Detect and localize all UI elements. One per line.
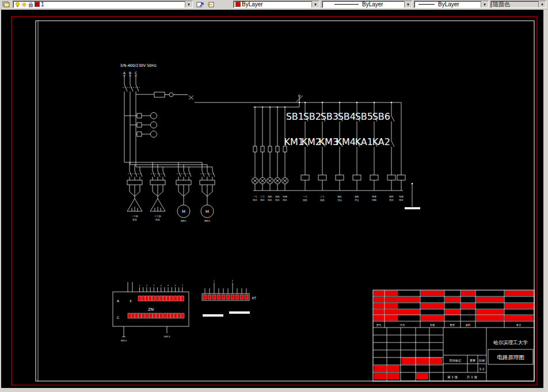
schematic-shape [374,102,375,103]
thermal-relay [176,180,191,185]
coil-symbol [318,175,326,180]
layer-color-swatch[interactable] [35,2,40,7]
zn-left-wires [128,282,132,292]
redacted-cell [374,366,386,372]
contact-label: SB4 [338,111,356,122]
bus-bar-1 [203,314,223,317]
make-object-layer-current-button[interactable] [196,1,205,8]
coil-symbol [336,175,344,180]
fuse-element [276,146,279,152]
branch-label: 报警 [372,195,376,198]
lineweight-dropdown-arrow-icon[interactable]: ▼ [481,1,488,7]
terminal-cell [226,295,230,299]
control-rung [391,102,394,191]
lock-icon[interactable] [28,2,33,7]
color-dropdown-arrow-icon[interactable]: ▼ [311,1,319,7]
branch-label: 指示 [283,199,287,201]
terminal-cell [142,296,144,301]
redacted-cell [445,310,460,315]
scale-label: 比例 [479,359,485,363]
branch-label: 加热 [275,195,280,198]
terminal-cell [149,296,152,301]
load-label: 一号加 [131,215,138,218]
contact-label: SB5 [355,111,373,122]
bom-header-label: 名称 [430,324,435,326]
terminal-cell [145,296,148,301]
terminal-cell [170,313,173,318]
thermal-relay [200,180,215,185]
terminal-cell [163,313,166,318]
sheet-number: 第 1 张 [447,375,458,379]
redacted-cell [421,303,444,309]
redacted-cell [402,357,442,364]
terminal-cell [240,295,243,299]
terminal-cell [142,313,145,318]
lamp-sub-bus [253,102,299,107]
redacted-cell [374,310,385,315]
layer-previous-button[interactable] [206,1,215,8]
linetype-dropdown[interactable]: ByLayer ▼ [322,1,412,8]
linetype-dropdown-arrow-icon[interactable]: ▼ [404,1,412,7]
load-label: 风机2 [204,219,211,222]
bom-col-lines [385,290,504,328]
zn-bottom-label-1: 380.2 [121,339,127,342]
switch-cross [189,96,193,100]
zn-terminals: 1234567 [128,284,184,319]
layer-properties-button[interactable] [2,1,11,8]
freeze-sun-icon[interactable] [21,2,27,7]
redacted-cell [385,310,420,315]
terminal-cell [135,313,138,318]
redacted-cell [421,291,444,296]
lineweight-dropdown[interactable]: ByLayer ▼ [414,1,489,8]
terminal-cell [153,313,155,318]
schematic-shape [356,102,357,103]
weight-label: 重量 [470,359,475,362]
branch-label: 风机 [268,195,272,198]
control-circuit: 一号指示二号指示风机指示加热指示电源指示 SB1KM1一号加热SB2KM2二号加… [252,102,421,210]
redacted-cell [505,291,534,296]
layer-dropdown-arrow-icon[interactable]: ▼ [185,1,192,7]
zn-row-a-label: A [117,299,120,303]
color-swatch [235,2,241,7]
redacted-cell [476,315,504,321]
contact-label: SB3 [321,111,338,122]
contact-label: KA1 [355,136,373,147]
color-dropdown[interactable]: ByLayer ▼ [233,1,319,8]
meter-group [124,113,157,138]
redacted-cell [505,303,534,309]
pin-label: 2 [146,284,147,287]
terminal-cell [146,313,149,318]
terminal-cell [153,296,155,301]
section-dividers [443,328,486,381]
sheet-frames [12,17,537,385]
coil-symbol [387,175,395,180]
fuse-element [268,146,272,152]
bulb-icon[interactable] [15,2,20,7]
fuse-element [261,146,264,152]
phase-c-label: C [135,71,137,75]
schematic-shape [284,106,286,108]
phase-b-label: B [129,71,131,75]
pin-label: 7 [182,284,183,287]
layer-dropdown[interactable]: 1 ▼ [13,1,193,8]
branch-label: 一号 [253,195,257,198]
pin-label: 5 [168,284,169,287]
schematic-shape [132,207,138,211]
branch-label: 风机 [337,195,342,198]
branch-label: 指示 [253,199,257,201]
schematic-shape [254,106,256,108]
schematic-shape [322,102,323,103]
motor-letter: M [205,210,209,214]
redacted-cell [476,297,504,302]
terminal-cell [178,313,181,318]
branch-label: 指示 [399,199,404,201]
redacted-cell [385,297,420,302]
sheet-arrow-icon [196,1,204,8]
redacted-cell [374,315,398,321]
schematic-shape [262,106,263,108]
xt-top-label-2: 2 [232,280,233,282]
drawing-canvas[interactable]: 3/N-400/230V 50Hz A B C 一号加热器二号加热器M风机1M风… [1,10,543,388]
color-value: ByLayer [242,1,263,7]
contactor-poles [130,162,142,196]
control-rungs: SB1KM1一号加热SB2KM2二号加热SB3KM3风机启动SB4KM4风机停止… [284,102,404,201]
